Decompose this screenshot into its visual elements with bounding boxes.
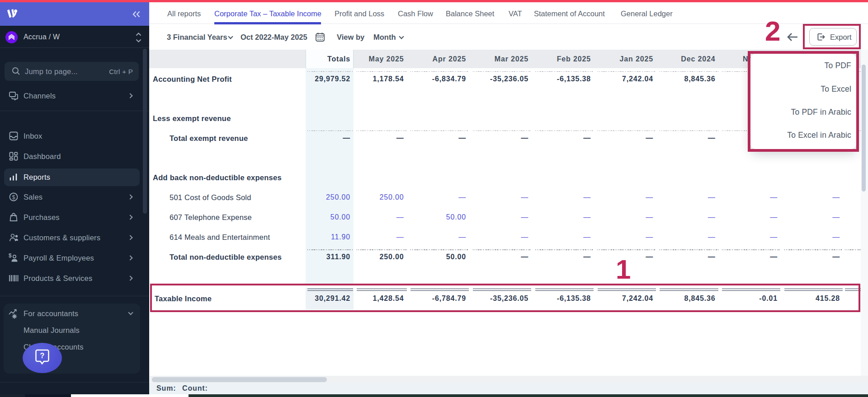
svg-text:?: ? <box>40 352 45 360</box>
svg-text:$: $ <box>12 194 15 201</box>
svg-text:$: $ <box>9 253 12 259</box>
